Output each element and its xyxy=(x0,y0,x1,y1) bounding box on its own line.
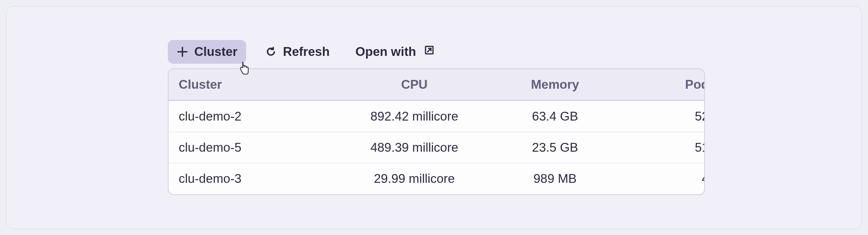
cell-memory: 23.5 GB xyxy=(487,141,623,155)
plus-icon xyxy=(177,46,188,58)
table-header-row: Cluster CPU Memory Pods xyxy=(169,69,704,101)
cell-cluster: clu-demo-5 xyxy=(179,141,341,155)
refresh-button[interactable]: Refresh xyxy=(256,40,338,64)
open-external-icon xyxy=(423,44,435,59)
table-row[interactable]: clu-demo-5 489.39 millicore 23.5 GB 514 xyxy=(169,132,704,163)
cell-memory: 989 MB xyxy=(487,172,623,186)
col-header-memory[interactable]: Memory xyxy=(487,78,623,92)
cell-memory: 63.4 GB xyxy=(487,109,623,124)
main-panel: Cluster Refresh Open with xyxy=(6,6,862,229)
cell-cpu: 892.42 millicore xyxy=(341,109,487,124)
add-cluster-label: Cluster xyxy=(194,45,237,59)
cell-cluster: clu-demo-3 xyxy=(179,172,341,186)
toolbar: Cluster Refresh Open with xyxy=(168,40,705,64)
col-header-pods[interactable]: Pods xyxy=(623,78,705,92)
refresh-icon xyxy=(265,46,277,58)
col-header-cluster[interactable]: Cluster xyxy=(179,78,341,92)
cell-cpu: 29.99 millicore xyxy=(341,172,487,186)
refresh-label: Refresh xyxy=(283,45,330,59)
table-row[interactable]: clu-demo-2 892.42 millicore 63.4 GB 523 xyxy=(169,101,704,132)
cell-pods: 523 xyxy=(623,109,705,124)
add-cluster-button[interactable]: Cluster xyxy=(168,40,246,64)
cell-cpu: 489.39 millicore xyxy=(341,141,487,155)
cell-cluster: clu-demo-2 xyxy=(179,109,341,124)
table-row[interactable]: clu-demo-3 29.99 millicore 989 MB 48 xyxy=(169,163,704,194)
open-with-label: Open with xyxy=(355,45,416,59)
cell-pods: 48 xyxy=(623,172,705,186)
cell-pods: 514 xyxy=(623,141,705,155)
clusters-table: Cluster CPU Memory Pods clu-demo-2 892.4… xyxy=(168,68,705,195)
open-with-button[interactable]: Open with xyxy=(349,40,442,64)
content-area: Cluster Refresh Open with xyxy=(168,40,705,195)
col-header-cpu[interactable]: CPU xyxy=(341,78,487,92)
